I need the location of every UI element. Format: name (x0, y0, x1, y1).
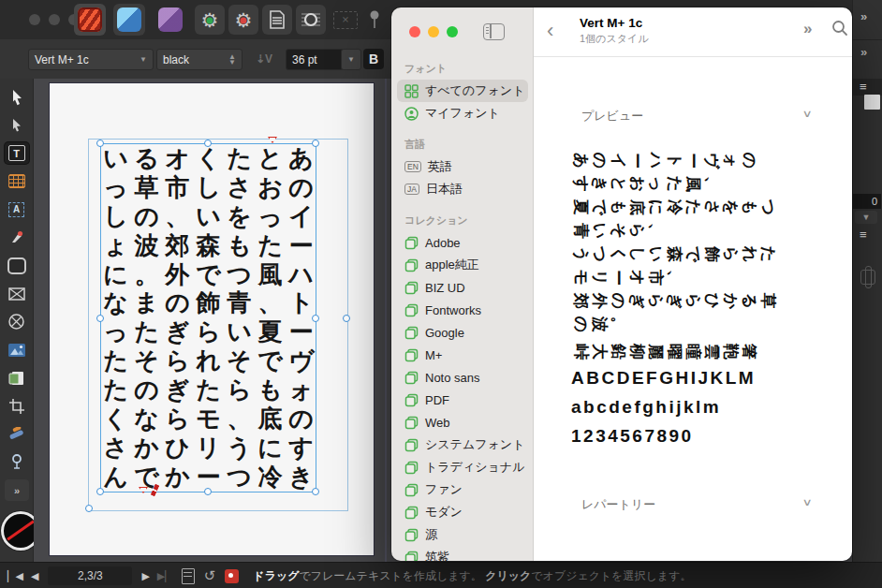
opacity-field[interactable]: 0 (853, 194, 881, 209)
affinity-designer-button[interactable] (113, 4, 145, 36)
document-icon[interactable] (182, 568, 195, 584)
pages-view-button[interactable] (262, 5, 292, 35)
record-icon[interactable] (225, 569, 239, 583)
sidebar-item-jp-14[interactable]: 筑紫 (397, 546, 528, 561)
next-page-button[interactable]: ▶ (141, 570, 149, 582)
sidebar-item-jp-10[interactable]: トラディショナル (397, 456, 528, 478)
rectangle-x-icon (8, 287, 25, 301)
sidebar-item-web[interactable]: Web (397, 411, 528, 434)
handle-middle-right[interactable] (312, 315, 319, 322)
chevron-double-icon[interactable]: » (860, 45, 867, 59)
font-size-field[interactable]: 36 pt (286, 49, 347, 70)
repertoire-section-row[interactable]: レパートリー ∨ (581, 496, 811, 513)
sidebar-item-apple[interactable]: apple純正 (397, 254, 528, 276)
preferences-button[interactable]: ⚙ (195, 5, 225, 35)
sidebar-item-google[interactable]: Google (397, 321, 528, 344)
page-indicator[interactable]: 2,3/3 (48, 566, 132, 585)
window-dot-icon[interactable] (29, 14, 40, 25)
dropper-icon (10, 454, 23, 470)
sidebar-toggle-icon[interactable] (483, 23, 505, 40)
crop-tool[interactable] (5, 395, 29, 417)
sidebar-item-jp-9[interactable]: システムフォント (397, 434, 528, 456)
rotate-icon[interactable]: ↺ (204, 567, 216, 584)
sidebar-item-jp-11[interactable]: ファン (397, 478, 528, 501)
affinity-photo-button[interactable] (154, 4, 186, 36)
sidebar-item-m+[interactable]: M+ (397, 344, 528, 366)
handle-column-width[interactable] (343, 315, 350, 322)
font-size-dropdown-button[interactable]: ▼ (341, 49, 361, 70)
link-icon[interactable] (860, 270, 875, 285)
preview-mode-button[interactable] (296, 5, 326, 35)
art-text-tool[interactable]: A (5, 198, 29, 220)
preview-section-row[interactable]: プレビュー ∨ (581, 108, 811, 125)
overflow-marker-bottom[interactable] (139, 487, 148, 493)
sidebar-item-jp-1[interactable]: JA日本語 (397, 178, 528, 200)
move-tool[interactable] (5, 86, 29, 108)
affinity-publisher-button[interactable] (74, 4, 106, 36)
first-page-button[interactable]: ▏◀ (7, 570, 23, 582)
sidebar-item-jp-13[interactable]: 源 (397, 523, 528, 546)
font-family-select[interactable]: Vert M+ 1c ▼ (28, 49, 154, 70)
handle-top-right[interactable] (312, 140, 319, 147)
back-button[interactable]: ‹ (547, 19, 553, 43)
settings-button[interactable]: ⚙ (228, 5, 258, 35)
frame-text-tool[interactable]: T (5, 142, 29, 164)
vector-brush-tool[interactable] (5, 423, 29, 445)
preview-line: モリーオ市、 (571, 267, 833, 290)
sidebar-item-jp-12[interactable]: モダン (397, 501, 528, 523)
handle-bottom-left[interactable] (96, 488, 104, 495)
place-image-tool[interactable] (5, 339, 29, 360)
picture-frame-ellipse-tool[interactable] (5, 311, 29, 332)
font-title: Vert M+ 1c (580, 16, 648, 30)
chevron-down-icon[interactable]: ▼ (855, 211, 877, 224)
prev-page-button[interactable]: ◀ (31, 570, 38, 582)
vertical-text-column: いっしょになったたくさん (100, 144, 131, 492)
sidebar-item-jp-0[interactable]: EN英語 (397, 155, 528, 178)
sidebar-item-fontworks[interactable]: Fontworks (397, 299, 528, 321)
handle-top-left[interactable] (96, 140, 104, 147)
sidebar-item-jp-1[interactable]: マイフォント (397, 102, 528, 125)
sidebar-item-jp-0[interactable]: すべてのフォント (397, 80, 528, 102)
preview-line: うつくしい森で飾られた (571, 243, 833, 267)
color-picker-tool[interactable] (5, 451, 29, 473)
frame-x-icon[interactable]: ⨯ (333, 11, 358, 29)
panel-tab-icon[interactable]: ≡ (860, 80, 867, 94)
overflow-marker-top[interactable] (268, 137, 277, 143)
last-page-button[interactable]: ▶▏ (157, 570, 173, 582)
picture-frame-rectangle-tool[interactable] (5, 283, 29, 304)
window-dot-icon[interactable] (49, 14, 60, 25)
table-tool[interactable] (5, 170, 29, 192)
search-icon[interactable] (831, 20, 848, 37)
sidebar-item-label: apple純正 (425, 257, 479, 273)
chevron-double-icon[interactable]: » (860, 9, 867, 23)
pin-icon[interactable] (369, 9, 380, 30)
handle-middle-left[interactable] (96, 315, 104, 322)
font-weight-select[interactable]: black ▲▼ (156, 49, 243, 70)
sidebar-item-adobe[interactable]: Adobe (397, 231, 528, 254)
font-weight-value: black (163, 53, 189, 66)
handle-outer-bottom-left[interactable] (85, 505, 93, 512)
chevron-down-icon: ∨ (801, 108, 812, 125)
pen-tool[interactable] (5, 227, 29, 248)
minimize-button[interactable] (428, 26, 439, 37)
more-tools-button[interactable]: » (5, 479, 29, 501)
sidebar-item-biz-ud[interactable]: BIZ UD (397, 276, 528, 299)
sidebar-item-noto-sans[interactable]: Noto sans (397, 366, 528, 389)
language-badge: EN (404, 161, 421, 172)
node-tool[interactable] (5, 114, 29, 136)
table-icon (8, 174, 25, 188)
close-button[interactable] (409, 26, 420, 37)
chevron-double-icon[interactable]: » (803, 20, 812, 38)
node-cursor-icon (10, 118, 22, 132)
panel-tab-icon[interactable]: ≡ (860, 228, 867, 242)
shape-tool[interactable] (5, 255, 29, 276)
handle-top-center[interactable] (204, 140, 212, 147)
sidebar-item-pdf[interactable]: PDF (397, 389, 528, 411)
zoom-button[interactable] (447, 26, 458, 37)
handle-bottom-right[interactable] (312, 488, 319, 495)
bold-button[interactable]: B (363, 49, 384, 69)
scrollbar-thumb[interactable] (864, 95, 880, 110)
vertical-type-icon[interactable]: ⇣V (256, 52, 272, 66)
handle-bottom-center[interactable] (204, 488, 212, 495)
asset-tool[interactable] (5, 367, 29, 389)
